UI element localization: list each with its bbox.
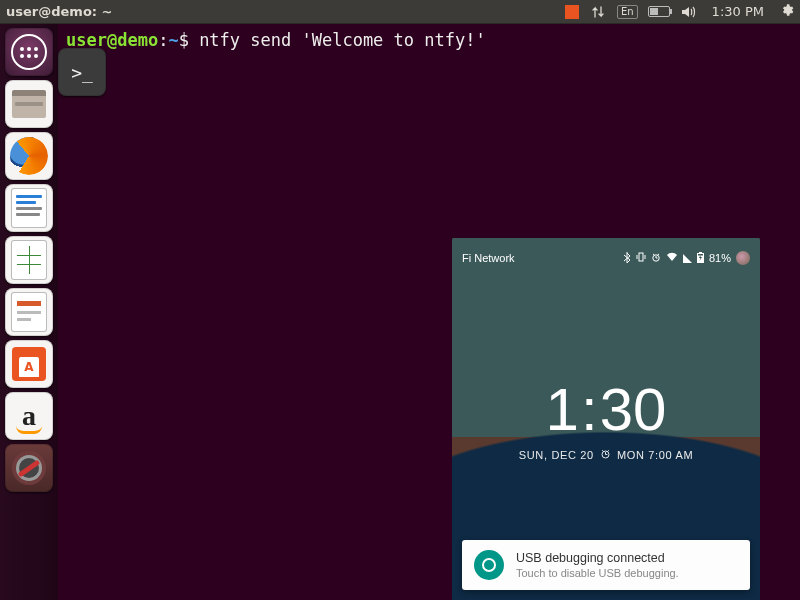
indicator-app-icon[interactable] (565, 5, 579, 19)
notification-title: USB debugging connected (516, 551, 679, 565)
battery-icon[interactable] (648, 6, 670, 17)
alarm-status-icon (651, 252, 661, 264)
impress-icon[interactable] (5, 288, 53, 336)
menubar: user@demo: ~ En 1:30 PM (0, 0, 800, 24)
terminal[interactable]: user@demo:~$ ntfy send 'Welcome to ntfy!… (58, 24, 800, 57)
user-avatar-icon (736, 251, 750, 265)
notification-app-icon (474, 550, 504, 580)
phone-status-icons: 81% (623, 251, 750, 265)
date-text: SUN, DEC 20 (519, 449, 594, 461)
svg-rect-0 (639, 253, 643, 261)
battery-status-icon (697, 252, 704, 265)
alarm-icon (600, 448, 611, 461)
command-text: ntfy send 'Welcome to ntfy!' (199, 30, 486, 50)
calc-icon[interactable] (5, 236, 53, 284)
settings-icon[interactable] (5, 444, 53, 492)
clock-sep: : (581, 380, 598, 440)
lockscreen-date: SUN, DEC 20 MON 7:00 AM (452, 448, 760, 461)
notification-card[interactable]: USB debugging connected Touch to disable… (462, 540, 750, 590)
alarm-text: MON 7:00 AM (617, 449, 693, 461)
carrier-label: Fi Network (462, 252, 515, 264)
lockscreen-clock: 1:30 (452, 380, 760, 440)
battery-percent: 81% (709, 252, 731, 264)
clock[interactable]: 1:30 PM (712, 4, 764, 19)
wifi-icon (666, 252, 678, 264)
network-icon[interactable] (589, 3, 607, 21)
window-title: user@demo: ~ (6, 4, 112, 19)
bluetooth-icon (623, 252, 631, 265)
phone-screenshot: Fi Network 81% (452, 238, 760, 600)
phone-statusbar: Fi Network 81% (452, 238, 760, 278)
indicator-area: En 1:30 PM (565, 3, 794, 21)
launcher: a >_ (0, 24, 58, 600)
firefox-icon[interactable] (5, 132, 53, 180)
keyboard-lang-indicator[interactable]: En (617, 5, 638, 19)
prompt-path: ~ (168, 30, 178, 50)
software-center-icon[interactable] (5, 340, 53, 388)
writer-icon[interactable] (5, 184, 53, 232)
files-icon[interactable] (5, 80, 53, 128)
clock-hours: 1 (546, 380, 579, 440)
prompt-user: user@demo (66, 30, 158, 50)
prompt-dollar: $ (179, 30, 189, 50)
notification-subtitle: Touch to disable USB debugging. (516, 567, 679, 579)
vibrate-icon (636, 252, 646, 264)
dash-icon[interactable] (5, 28, 53, 76)
clock-minutes: 30 (600, 380, 667, 440)
system-menu-icon[interactable] (780, 3, 794, 20)
prompt-sep: : (158, 30, 168, 50)
cell-signal-icon (683, 254, 692, 263)
svg-rect-3 (699, 252, 702, 254)
amazon-icon[interactable]: a (5, 392, 53, 440)
volume-icon[interactable] (680, 3, 698, 21)
